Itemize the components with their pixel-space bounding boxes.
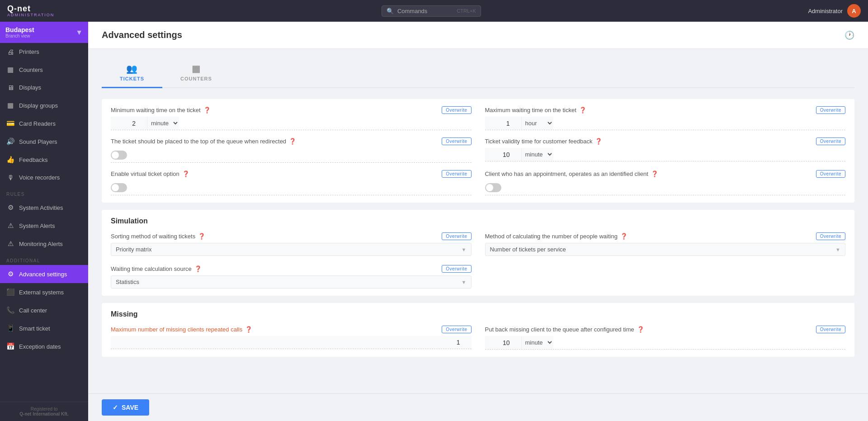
put-back-overwrite-btn[interactable]: Overwrite: [816, 326, 845, 333]
footer-reg: Registered to: [6, 407, 82, 412]
sidebar-item-counters[interactable]: ▦ Counters: [0, 61, 88, 79]
calc-method-help-icon[interactable]: ❓: [620, 233, 627, 240]
simulation-fields: Sorting method of waiting tickets ❓ Over…: [111, 232, 845, 289]
sidebar-item-display-groups[interactable]: ▦ Display groups: [0, 96, 88, 114]
checkmark-icon: ✓: [113, 404, 118, 411]
tickets-tab-icon: 👥: [126, 63, 138, 74]
min-wait-overwrite-btn[interactable]: Overwrite: [442, 106, 471, 114]
chevron-down-icon: ▼: [462, 279, 467, 285]
calc-method-dropdown[interactable]: Number of tickets per service ▼: [485, 243, 846, 256]
sidebar-item-call-center[interactable]: 📞 Call center: [0, 301, 88, 319]
put-back-label: Put back missing client to the queue aft…: [485, 326, 634, 333]
feedback-icon: 👍: [6, 156, 14, 164]
sidebar-item-printers[interactable]: 🖨 Printers: [0, 43, 88, 61]
top-queue-help-icon[interactable]: ❓: [289, 138, 296, 145]
max-wait-number-input[interactable]: [485, 117, 521, 130]
calendar-icon: 📅: [6, 342, 14, 350]
virtual-ticket-field: Enable virtual ticket option ❓ Overwrite: [111, 170, 472, 195]
sidebar-item-external-systems[interactable]: ⬛ External systems: [0, 283, 88, 301]
appointment-client-help-icon[interactable]: ❓: [651, 170, 658, 177]
min-wait-input-row: second minute hour: [111, 117, 472, 130]
settings-icon: ⚙: [6, 270, 14, 278]
bottom-bar: ✓ SAVE: [88, 393, 868, 421]
sidebar-item-label: Sound Players: [19, 138, 57, 145]
ticket-validity-unit-select[interactable]: second minute hour: [521, 148, 553, 161]
max-wait-help-icon[interactable]: ❓: [579, 107, 586, 114]
field-header: The ticket should be placed to the top o…: [111, 137, 472, 145]
search-bar[interactable]: 🔍 Commands CTRL+K: [382, 5, 481, 17]
sidebar-item-system-alerts[interactable]: ⚠ System Alerts: [0, 217, 88, 235]
history-icon[interactable]: 🕐: [844, 30, 854, 40]
sidebar-item-advanced-settings[interactable]: ⚙ Advanced settings: [0, 265, 88, 283]
missing-section: Missing Maximum number of missing client…: [102, 303, 854, 357]
sorting-help-icon[interactable]: ❓: [198, 233, 205, 240]
sidebar-item-label: Printers: [19, 48, 39, 55]
field-header: Maximum number of missing clients repeat…: [111, 326, 472, 333]
field-header: Enable virtual ticket option ❓ Overwrite: [111, 170, 472, 178]
user-menu[interactable]: Administrator A: [808, 4, 861, 18]
ticket-validity-field: Ticket validity time for customer feedba…: [485, 137, 846, 163]
min-wait-unit-select[interactable]: second minute hour: [147, 117, 179, 130]
ticket-validity-help-icon[interactable]: ❓: [595, 138, 602, 145]
ticket-validity-number-input[interactable]: [485, 148, 521, 161]
max-wait-overwrite-btn[interactable]: Overwrite: [816, 106, 845, 114]
max-missing-number-input[interactable]: [111, 336, 472, 349]
wait-calc-label: Waiting time calculation source: [111, 265, 192, 272]
sidebar-item-voice-recorders[interactable]: 🎙 Voice recorders: [0, 169, 88, 186]
min-wait-help-icon[interactable]: ❓: [203, 107, 211, 114]
sidebar-item-displays[interactable]: 🖥 Displays: [0, 79, 88, 96]
sidebar-item-label: Exception dates: [19, 343, 61, 350]
sidebar-item-label: Displays: [19, 84, 41, 91]
sidebar-item-monitoring-alerts[interactable]: ⚠ Monitoring Alerts: [0, 235, 88, 253]
wait-calc-overwrite-btn[interactable]: Overwrite: [442, 265, 471, 273]
ticket-validity-overwrite-btn[interactable]: Overwrite: [816, 137, 845, 145]
max-wait-label: Maximum waiting time on the ticket: [485, 107, 576, 114]
mobile-icon: 📱: [6, 324, 14, 332]
virtual-ticket-toggle[interactable]: [111, 183, 127, 192]
max-missing-help-icon[interactable]: ❓: [245, 326, 252, 333]
appointment-client-toggle-row: [485, 180, 846, 195]
sorting-method-field: Sorting method of waiting tickets ❓ Over…: [111, 232, 472, 256]
appointment-client-overwrite-btn[interactable]: Overwrite: [816, 170, 845, 178]
appointment-client-toggle[interactable]: [485, 183, 501, 192]
calc-method-overwrite-btn[interactable]: Overwrite: [816, 232, 845, 240]
put-back-number-input[interactable]: [485, 336, 521, 349]
virtual-ticket-help-icon[interactable]: ❓: [182, 170, 189, 177]
sidebar-item-label: Advanced settings: [19, 271, 67, 278]
tab-tickets[interactable]: 👥 TICKETS: [102, 60, 162, 88]
sidebar-item-card-readers[interactable]: 💳 Card Readers: [0, 114, 88, 132]
sorting-overwrite-btn[interactable]: Overwrite: [442, 232, 471, 240]
sorting-dropdown[interactable]: Priority matrix ▼: [111, 243, 472, 256]
chevron-down-icon: ▼: [835, 247, 840, 252]
top-queue-overwrite-btn[interactable]: Overwrite: [442, 137, 471, 145]
sidebar-item-feedbacks[interactable]: 👍 Feedbacks: [0, 151, 88, 169]
max-missing-label: Maximum number of missing clients repeat…: [111, 326, 242, 333]
counters-icon: ▦: [6, 66, 14, 74]
max-wait-input-row: second minute hour: [485, 117, 846, 130]
sidebar-item-sound-players[interactable]: 🔊 Sound Players: [0, 132, 88, 151]
min-wait-number-input[interactable]: [111, 117, 147, 130]
tab-counters[interactable]: ▦ COUNTERS: [162, 60, 230, 88]
sidebar-item-system-activities[interactable]: ⚙ System Activities: [0, 199, 88, 217]
field-header: Ticket validity time for customer feedba…: [485, 137, 846, 145]
save-button[interactable]: ✓ SAVE: [102, 399, 149, 416]
sidebar-item-exception-dates[interactable]: 📅 Exception dates: [0, 337, 88, 355]
sidebar-item-label: Counters: [19, 66, 43, 73]
sidebar-item-label: System Alerts: [19, 222, 55, 229]
sidebar-item-smart-ticket[interactable]: 📱 Smart ticket: [0, 319, 88, 337]
wait-calc-help-icon[interactable]: ❓: [194, 265, 202, 272]
alert-icon: ⚠: [6, 222, 14, 230]
missing-fields: Maximum number of missing clients repeat…: [111, 326, 845, 350]
put-back-help-icon[interactable]: ❓: [637, 326, 644, 333]
virtual-ticket-overwrite-btn[interactable]: Overwrite: [442, 170, 471, 178]
topbar: Q-net ADMINISTRATION 🔍 Commands CTRL+K A…: [0, 0, 868, 22]
appointment-client-label: Client who has an appointment, operates …: [485, 170, 648, 177]
wait-calc-dropdown[interactable]: Statistics ▼: [111, 275, 472, 289]
virtual-ticket-toggle-row: [111, 180, 472, 195]
max-wait-unit-select[interactable]: second minute hour: [521, 117, 553, 130]
additional-section-label: ADDITIONAL: [0, 253, 88, 265]
top-queue-toggle[interactable]: [111, 151, 127, 160]
branch-selector[interactable]: Budapest Branch view ▼: [0, 22, 88, 43]
put-back-unit-select[interactable]: second minute hour: [521, 336, 553, 349]
max-missing-overwrite-btn[interactable]: Overwrite: [442, 326, 471, 333]
